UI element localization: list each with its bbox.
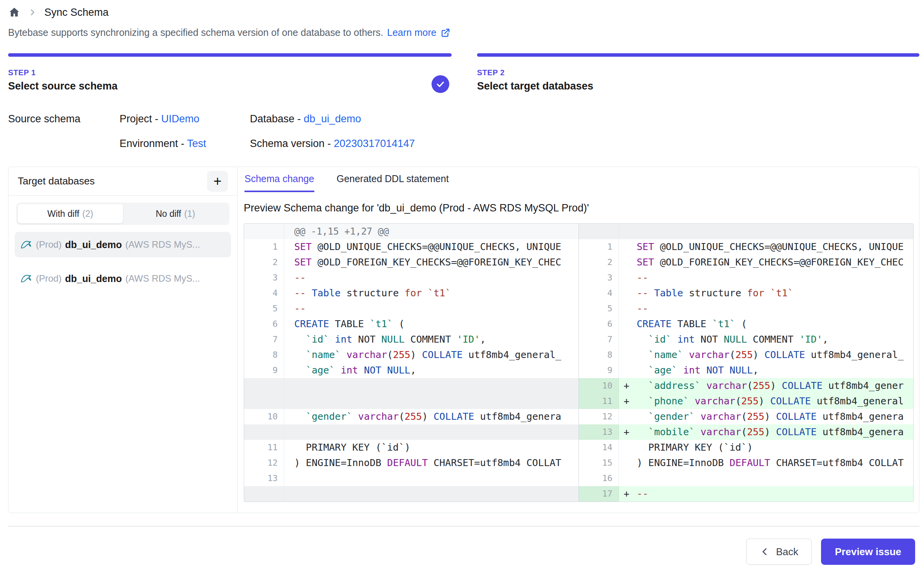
diff-row: 15) ENGINE=InnoDB DEFAULT CHARSET=utf8mb… (579, 455, 913, 471)
preview-issue-button[interactable]: Preview issue (821, 539, 915, 565)
diff-pane-target: 1SET @OLD_UNIQUE_CHECKS=@@UNIQUE_CHECKS,… (579, 224, 913, 502)
diff-line-number (579, 224, 619, 239)
diff-line-number (244, 394, 284, 409)
diff-line-number: 1 (579, 239, 619, 255)
diff-code-line: `phone` varchar(255) COLLATE utf8mb4_gen… (636, 394, 913, 409)
diff-add-marker: + (619, 394, 636, 409)
diff-add-marker: + (619, 424, 636, 440)
diff-line-number: 4 (244, 286, 284, 301)
diff-row: 7 `id` int NOT NULL COMMENT 'ID', (579, 332, 913, 347)
diff-row: 4-- Table structure for `t1` (579, 286, 913, 301)
diff-add-marker: + (619, 378, 636, 394)
diff-code-line: `age` int NOT NULL, (284, 363, 578, 378)
diff-code-line: -- Table structure for `t1` (284, 286, 578, 301)
source-schema-summary: Source schema Project - UIDemo Database … (8, 111, 415, 151)
schema-version-link[interactable]: 20230317014147 (334, 138, 415, 149)
diff-row: 10 `gender` varchar(255) COLLATE utf8mb4… (244, 409, 578, 424)
diff-row (244, 486, 578, 502)
preview-title: Preview Schema change for 'db_ui_demo (P… (244, 202, 914, 214)
tab-with-diff[interactable]: With diff (2) (18, 204, 123, 223)
page-title: Sync Schema (44, 7, 109, 19)
diff-row: 1SET @OLD_UNIQUE_CHECKS=@@UNIQUE_CHECKS,… (579, 239, 913, 255)
database-list-item[interactable]: (Prod) db_ui_demo (AWS RDS MyS... (15, 266, 231, 291)
diff-line-number: 5 (579, 301, 619, 316)
database-link[interactable]: db_ui_demo (304, 113, 361, 125)
diff-add-marker (619, 409, 636, 424)
diff-filter-tabs: With diff (2) No diff (1) (16, 203, 229, 225)
home-icon[interactable] (8, 6, 20, 19)
diff-row: 9 `age` int NOT NULL, (244, 363, 578, 378)
diff-code-line: CREATE TABLE `t1` ( (636, 316, 913, 332)
diff-line-number: 11 (579, 394, 619, 409)
main-card: Target databases + With diff (2) No diff… (8, 167, 919, 513)
diff-code-line: -- (284, 301, 578, 316)
mysql-icon (20, 272, 32, 285)
footer-actions: Back Preview issue (746, 539, 915, 565)
diff-row: 10+ `address` varchar(255) COLLATE utf8m… (579, 378, 913, 394)
diff-line-number: 6 (579, 316, 619, 332)
diff-line-number: 12 (244, 455, 284, 471)
diff-row: 6CREATE TABLE `t1` ( (579, 316, 913, 332)
diff-code-line (284, 424, 578, 440)
diff-row: 9 `age` int NOT NULL, (579, 363, 913, 378)
diff-row: 2SET @OLD_FOREIGN_KEY_CHECKS=@@FOREIGN_K… (579, 255, 913, 270)
diff-add-marker (619, 286, 636, 301)
environment-link[interactable]: Test (187, 138, 206, 149)
diff-row: 12 `gender` varchar(255) COLLATE utf8mb4… (579, 409, 913, 424)
database-list-item[interactable]: (Prod) db_ui_demo (AWS RDS MyS... (15, 232, 231, 257)
add-target-database-button[interactable]: + (207, 171, 228, 192)
schema-preview-panel: Schema change Generated DDL statement Pr… (238, 167, 919, 513)
diff-code-line (284, 486, 578, 502)
diff-add-marker (619, 255, 636, 270)
diff-code-line: ) ENGINE=InnoDB DEFAULT CHARSET=utf8mb4 … (284, 455, 578, 471)
diff-row (244, 424, 578, 440)
diff-line-number: 11 (244, 440, 284, 455)
learn-more-link[interactable]: Learn more (387, 27, 437, 38)
tab-generated-ddl[interactable]: Generated DDL statement (337, 173, 449, 192)
diff-code-line (636, 224, 913, 239)
diff-code-line (284, 394, 578, 409)
step-1-progress-bar (8, 53, 452, 57)
diff-code-line (284, 471, 578, 486)
diff-add-marker (619, 363, 636, 378)
project-link[interactable]: UIDemo (161, 113, 199, 125)
diff-row: 8 `name` varchar(255) COLLATE utf8mb4_ge… (579, 347, 913, 363)
diff-line-number: 14 (579, 440, 619, 455)
diff-code-line: SET @OLD_UNIQUE_CHECKS=@@UNIQUE_CHECKS, … (636, 239, 913, 255)
diff-line-number: 2 (244, 255, 284, 270)
diff-row: 13 (244, 471, 578, 486)
step-2: STEP 2 Select target databases (477, 53, 919, 92)
target-databases-title: Target databases (18, 175, 94, 187)
tab-no-diff[interactable]: No diff (1) (123, 204, 228, 223)
diff-add-marker (619, 471, 636, 486)
target-database-list: (Prod) db_ui_demo (AWS RDS MyS... (Prod)… (8, 230, 237, 293)
diff-line-number: 1 (244, 239, 284, 255)
diff-row: 8 `name` varchar(255) COLLATE utf8mb4_ge… (244, 347, 578, 363)
back-button[interactable]: Back (746, 539, 812, 565)
diff-row: 7 `id` int NOT NULL COMMENT 'ID', (244, 332, 578, 347)
diff-code-line: @@ -1,15 +1,27 @@ (284, 224, 578, 239)
breadcrumb: Sync Schema (8, 4, 109, 21)
diff-row: 16 (579, 471, 913, 486)
target-databases-panel: Target databases + With diff (2) No diff… (8, 167, 238, 513)
chevron-right-icon (28, 8, 37, 17)
diff-row: @@ -1,15 +1,27 @@ (244, 224, 578, 239)
diff-row: 2SET @OLD_FOREIGN_KEY_CHECKS=@@FOREIGN_K… (244, 255, 578, 270)
diff-code-line: -- (636, 270, 913, 286)
diff-code-line: `id` int NOT NULL COMMENT 'ID', (636, 332, 913, 347)
diff-row (244, 378, 578, 394)
diff-row: 14 PRIMARY KEY (`id`) (579, 440, 913, 455)
diff-line-number: 3 (579, 270, 619, 286)
diff-line-number: 10 (244, 409, 284, 424)
project-field: Project - UIDemo (120, 111, 250, 127)
schema-version-field: Schema version - 20230317014147 (250, 136, 415, 151)
diff-row (579, 224, 913, 239)
preview-tabs: Schema change Generated DDL statement (244, 173, 914, 192)
diff-code-line: CREATE TABLE `t1` ( (284, 316, 578, 332)
description-text: Bytebase supports synchronizing a specif… (8, 27, 383, 38)
step-1-check-icon (432, 75, 449, 93)
external-link-icon[interactable] (440, 28, 450, 38)
diff-line-number: 4 (579, 286, 619, 301)
diff-line-number: 10 (579, 378, 619, 394)
tab-schema-change[interactable]: Schema change (244, 173, 314, 192)
